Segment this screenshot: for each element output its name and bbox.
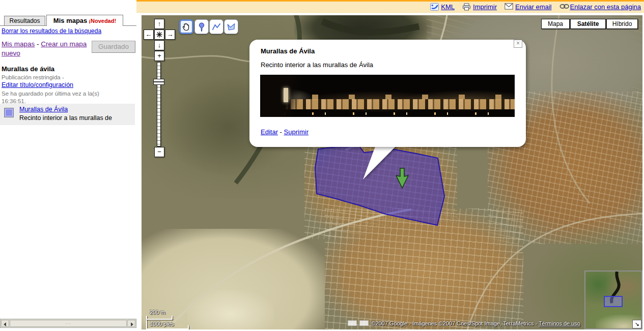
pan-right-button[interactable]: → [165,29,175,40]
saved-button[interactable]: Guardado [92,41,135,53]
marker-tool-button[interactable] [194,19,209,34]
feature-text: Murallas de Ávila Recinto interior a las… [19,105,112,123]
pan-down-button[interactable]: ↓ [154,40,164,50]
photo-lit-tower [284,88,288,102]
scale-metric-label: 200 m [150,309,165,315]
feature-title-link[interactable]: Murallas de Ávila [19,106,68,113]
scale-bar: 200 m 1000 pies [146,308,202,329]
polygon-color-swatch [4,108,14,117]
polyline-icon [211,22,221,32]
hand-icon [181,22,191,32]
collapse-arrow-icon: ↘ [634,321,639,327]
info-window-links: Editar - Suprimir [261,128,309,136]
scroll-right-button[interactable] [127,320,135,327]
scroll-right-icon [131,322,133,326]
copyright-text: ©2007 Google - Imágenes ©2007 Cnes/Spot … [371,320,539,326]
current-map-title: Murallas de ávila [2,65,135,73]
printer-icon [462,3,471,11]
novedad-badge: ¡Novedad! [89,18,116,24]
sidebar-horizontal-scrollbar[interactable]: ··· [0,319,136,328]
last-saved-text: Se ha guardado por última vez a la(s) 16… [2,90,135,105]
scale-line [172,316,173,320]
scale-line [146,316,147,329]
map-type-mapa[interactable]: Mapa [541,19,570,29]
header-links: KML Imprimir Enviar email Enlazar con es… [430,3,641,11]
feature-description: Recinto interior a las murallas de [19,114,112,122]
tab-mis-mapas[interactable]: Mis mapas¡Novedad! [46,15,123,26]
kml-icon [430,3,439,11]
zoom-slider-handle[interactable] [153,79,164,85]
map-type-hibrido[interactable]: Híbrido [606,19,638,29]
zoom-slider-track[interactable] [157,62,161,146]
polygon-tool-button[interactable] [224,19,238,34]
overview-map[interactable]: ↘ [584,270,642,329]
scale-line [146,328,189,329]
provider-logo [348,320,357,326]
info-window-description: Recinto interior a las murallas de Ávila [261,61,373,69]
email-link[interactable]: Enviar email [515,3,552,11]
scrollbar-thumb[interactable]: ··· [10,320,127,327]
permalink-group: Enlazar con esta página [559,3,641,11]
print-link[interactable]: Imprimir [473,3,497,11]
scale-imperial-label: 1000 pies [150,321,174,327]
info-window: Murallas de Ávila Recinto interior a las… [249,40,526,147]
sidebar: Resultados Mis mapas¡Novedad! Borrar los… [0,0,136,331]
envelope-icon [505,3,513,11]
polygon-icon [226,22,236,32]
hand-tool-button[interactable] [179,19,193,34]
marker-icon [197,21,207,33]
recenter-icon [156,31,163,38]
scroll-left-icon [4,322,6,326]
publication-status: Publicación restringida - [2,74,135,80]
line-tool-button[interactable] [209,19,223,34]
terms-of-use-link[interactable]: Términos de uso [539,320,580,326]
scroll-left-button[interactable] [1,320,9,327]
zoom-in-button[interactable]: + [154,51,164,61]
sidebar-content: Borrar los resultados de la búsqueda Mis… [2,27,135,105]
map-copyright: ©2007 Google - Imágenes ©2007 Cnes/Spot … [325,320,580,326]
provider-logo [359,320,369,326]
overview-viewport-rect[interactable] [604,296,623,307]
edit-title-settings-link[interactable]: Editar título/configuración [2,81,73,88]
kml-link-group: KML [430,3,455,11]
pan-left-button[interactable]: ← [144,29,154,40]
info-window-close-button[interactable]: × [514,40,522,48]
scale-line [146,319,173,320]
my-maps-row: Mis mapas - Crear un mapa nuevo [2,40,89,58]
delete-feature-link[interactable]: Suprimir [284,128,309,136]
pan-up-button[interactable]: ↑ [154,19,164,29]
clear-results-link[interactable]: Borrar los resultados de la búsqueda [2,27,101,35]
map-type-satelite[interactable]: Satélite [570,19,606,29]
google-my-maps-page: Mapas KML Imprimir Enviar email [0,0,644,331]
feature-list-item[interactable]: Murallas de Ávila Recinto interior a las… [0,104,135,125]
link-icon [559,3,568,11]
avila-walls-photo [260,75,515,117]
scale-line [188,325,189,329]
map-canvas[interactable]: ↑ ← → ↓ + − [142,15,642,329]
tab-resultados[interactable]: Resultados [4,16,45,25]
edit-feature-link[interactable]: Editar [261,128,278,136]
print-link-group: Imprimir [462,3,497,11]
pan-center-button[interactable] [154,29,164,40]
info-window-title: Murallas de Ávila [261,47,315,55]
kml-link[interactable]: KML [441,3,455,11]
permalink-link[interactable]: Enlazar con esta página [570,3,641,11]
close-icon: × [516,40,520,47]
overview-collapse-button[interactable]: ↘ [632,320,641,328]
email-link-group: Enviar email [505,3,552,11]
zoom-out-button[interactable]: − [154,147,164,157]
my-maps-link[interactable]: Mis mapas [2,40,35,48]
